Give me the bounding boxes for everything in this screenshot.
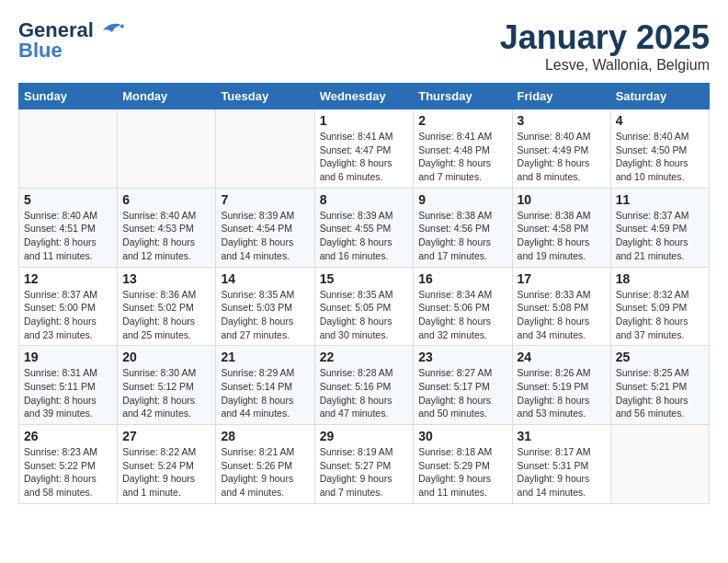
- day-number: 30: [418, 429, 506, 443]
- calendar-cell: 26Sunrise: 8:23 AM Sunset: 5:22 PM Dayli…: [19, 425, 118, 504]
- day-info: Sunrise: 8:22 AM Sunset: 5:24 PM Dayligh…: [122, 445, 210, 500]
- calendar-cell: 9Sunrise: 8:38 AM Sunset: 4:56 PM Daylig…: [414, 188, 512, 267]
- day-info: Sunrise: 8:40 AM Sunset: 4:50 PM Dayligh…: [616, 130, 704, 184]
- day-info: Sunrise: 8:31 AM Sunset: 5:11 PM Dayligh…: [24, 366, 112, 420]
- calendar-header-row: SundayMondayTuesdayWednesdayThursdayFrid…: [19, 84, 710, 109]
- calendar-cell: 16Sunrise: 8:34 AM Sunset: 5:06 PM Dayli…: [414, 267, 512, 346]
- calendar-cell: 25Sunrise: 8:25 AM Sunset: 5:21 PM Dayli…: [610, 346, 709, 425]
- day-number: 8: [320, 192, 409, 207]
- calendar-cell: 22Sunrise: 8:28 AM Sunset: 5:16 PM Dayli…: [314, 346, 414, 425]
- title-block: January 2025 Lesve, Wallonia, Belgium: [500, 18, 710, 74]
- day-info: Sunrise: 8:25 AM Sunset: 5:21 PM Dayligh…: [616, 366, 704, 420]
- day-number: 17: [518, 271, 606, 286]
- day-number: 10: [518, 192, 606, 207]
- calendar-cell: 19Sunrise: 8:31 AM Sunset: 5:11 PM Dayli…: [19, 346, 118, 425]
- day-number: 15: [320, 271, 409, 286]
- day-info: Sunrise: 8:27 AM Sunset: 5:17 PM Dayligh…: [418, 366, 506, 420]
- calendar-cell: 17Sunrise: 8:33 AM Sunset: 5:08 PM Dayli…: [512, 267, 610, 346]
- day-info: Sunrise: 8:30 AM Sunset: 5:12 PM Dayligh…: [122, 366, 210, 420]
- col-header-sunday: Sunday: [19, 84, 118, 109]
- calendar-cell: [118, 109, 216, 189]
- calendar-cell: 8Sunrise: 8:39 AM Sunset: 4:55 PM Daylig…: [314, 188, 414, 267]
- day-number: 9: [418, 192, 506, 207]
- day-info: Sunrise: 8:41 AM Sunset: 4:47 PM Dayligh…: [320, 130, 409, 184]
- week-row-5: 26Sunrise: 8:23 AM Sunset: 5:22 PM Dayli…: [19, 425, 710, 504]
- day-info: Sunrise: 8:37 AM Sunset: 5:00 PM Dayligh…: [24, 288, 112, 342]
- col-header-tuesday: Tuesday: [216, 84, 314, 109]
- day-info: Sunrise: 8:41 AM Sunset: 4:48 PM Dayligh…: [418, 130, 506, 184]
- calendar-cell: 7Sunrise: 8:39 AM Sunset: 4:54 PM Daylig…: [216, 188, 314, 267]
- day-info: Sunrise: 8:28 AM Sunset: 5:16 PM Dayligh…: [320, 366, 409, 420]
- calendar-cell: 21Sunrise: 8:29 AM Sunset: 5:14 PM Dayli…: [216, 346, 314, 425]
- day-number: 7: [221, 192, 309, 207]
- calendar-cell: 24Sunrise: 8:26 AM Sunset: 5:19 PM Dayli…: [512, 346, 610, 425]
- calendar-cell: [216, 109, 314, 189]
- week-row-4: 19Sunrise: 8:31 AM Sunset: 5:11 PM Dayli…: [19, 346, 710, 425]
- day-number: 11: [616, 192, 704, 207]
- calendar-cell: 11Sunrise: 8:37 AM Sunset: 4:59 PM Dayli…: [610, 188, 709, 267]
- day-info: Sunrise: 8:18 AM Sunset: 5:29 PM Dayligh…: [418, 445, 506, 500]
- day-number: 21: [221, 350, 309, 364]
- day-info: Sunrise: 8:36 AM Sunset: 5:02 PM Dayligh…: [122, 288, 210, 342]
- day-number: 29: [320, 429, 409, 443]
- col-header-friday: Friday: [512, 84, 610, 109]
- day-info: Sunrise: 8:33 AM Sunset: 5:08 PM Dayligh…: [518, 288, 606, 342]
- day-info: Sunrise: 8:26 AM Sunset: 5:19 PM Dayligh…: [518, 366, 606, 420]
- week-row-2: 5Sunrise: 8:40 AM Sunset: 4:51 PM Daylig…: [19, 188, 710, 267]
- col-header-wednesday: Wednesday: [314, 84, 414, 109]
- logo-bird-icon: [96, 19, 125, 41]
- day-info: Sunrise: 8:34 AM Sunset: 5:06 PM Dayligh…: [418, 288, 506, 342]
- day-number: 18: [616, 271, 704, 286]
- calendar-cell: 27Sunrise: 8:22 AM Sunset: 5:24 PM Dayli…: [118, 425, 216, 504]
- page-header: General Blue January 2025 Lesve, Walloni…: [18, 18, 710, 74]
- calendar-cell: 5Sunrise: 8:40 AM Sunset: 4:51 PM Daylig…: [19, 188, 118, 267]
- day-info: Sunrise: 8:39 AM Sunset: 4:55 PM Dayligh…: [320, 209, 409, 263]
- col-header-saturday: Saturday: [610, 84, 709, 109]
- calendar-cell: 30Sunrise: 8:18 AM Sunset: 5:29 PM Dayli…: [414, 425, 512, 504]
- day-info: Sunrise: 8:38 AM Sunset: 4:58 PM Dayligh…: [518, 209, 606, 263]
- calendar-cell: 2Sunrise: 8:41 AM Sunset: 4:48 PM Daylig…: [414, 109, 512, 189]
- day-number: 24: [518, 350, 606, 364]
- day-info: Sunrise: 8:38 AM Sunset: 4:56 PM Dayligh…: [418, 209, 506, 263]
- day-number: 14: [221, 271, 309, 286]
- day-number: 19: [24, 350, 112, 364]
- day-number: 26: [24, 429, 112, 443]
- day-number: 16: [418, 271, 506, 286]
- day-info: Sunrise: 8:35 AM Sunset: 5:03 PM Dayligh…: [221, 288, 309, 342]
- day-number: 27: [122, 429, 210, 443]
- calendar-cell: 18Sunrise: 8:32 AM Sunset: 5:09 PM Dayli…: [610, 267, 709, 346]
- col-header-thursday: Thursday: [414, 84, 512, 109]
- col-header-monday: Monday: [118, 84, 216, 109]
- day-number: 12: [24, 271, 112, 286]
- day-info: Sunrise: 8:29 AM Sunset: 5:14 PM Dayligh…: [221, 366, 309, 420]
- day-number: 1: [320, 113, 409, 128]
- day-number: 20: [122, 350, 210, 364]
- calendar-cell: 12Sunrise: 8:37 AM Sunset: 5:00 PM Dayli…: [19, 267, 118, 346]
- day-info: Sunrise: 8:37 AM Sunset: 4:59 PM Dayligh…: [616, 209, 704, 263]
- day-number: 28: [221, 429, 309, 443]
- day-number: 2: [418, 113, 506, 128]
- calendar-cell: 4Sunrise: 8:40 AM Sunset: 4:50 PM Daylig…: [610, 109, 709, 189]
- day-number: 22: [320, 350, 409, 364]
- day-info: Sunrise: 8:21 AM Sunset: 5:26 PM Dayligh…: [221, 445, 309, 500]
- day-number: 3: [518, 113, 606, 128]
- day-info: Sunrise: 8:40 AM Sunset: 4:49 PM Dayligh…: [518, 130, 606, 184]
- month-title: January 2025: [500, 18, 710, 57]
- day-info: Sunrise: 8:35 AM Sunset: 5:05 PM Dayligh…: [320, 288, 409, 342]
- calendar-table: SundayMondayTuesdayWednesdayThursdayFrid…: [18, 83, 710, 504]
- calendar-cell: 20Sunrise: 8:30 AM Sunset: 5:12 PM Dayli…: [118, 346, 216, 425]
- day-number: 23: [418, 350, 506, 364]
- day-info: Sunrise: 8:40 AM Sunset: 4:51 PM Dayligh…: [24, 209, 112, 263]
- location-subtitle: Lesve, Wallonia, Belgium: [500, 57, 710, 74]
- day-number: 31: [518, 429, 606, 443]
- day-info: Sunrise: 8:23 AM Sunset: 5:22 PM Dayligh…: [24, 445, 112, 500]
- calendar-cell: 23Sunrise: 8:27 AM Sunset: 5:17 PM Dayli…: [414, 346, 512, 425]
- calendar-cell: 1Sunrise: 8:41 AM Sunset: 4:47 PM Daylig…: [314, 109, 414, 189]
- logo-text-blue: Blue: [18, 39, 63, 63]
- day-number: 6: [122, 192, 210, 207]
- calendar-cell: 10Sunrise: 8:38 AM Sunset: 4:58 PM Dayli…: [512, 188, 610, 267]
- day-number: 4: [616, 113, 704, 128]
- day-info: Sunrise: 8:32 AM Sunset: 5:09 PM Dayligh…: [616, 288, 704, 342]
- calendar-cell: 29Sunrise: 8:19 AM Sunset: 5:27 PM Dayli…: [314, 425, 414, 504]
- calendar-cell: [19, 109, 118, 189]
